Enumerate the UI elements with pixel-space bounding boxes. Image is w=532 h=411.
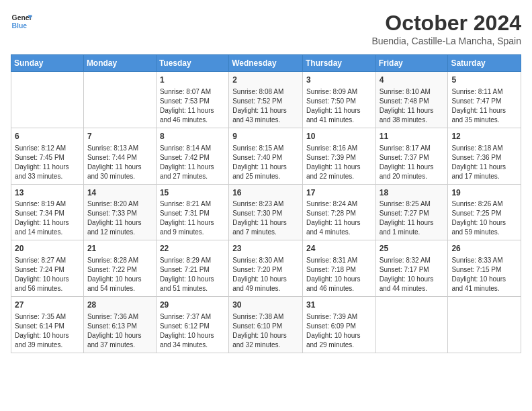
day-info: Sunrise: 7:36 AM Sunset: 6:13 PM Dayligh… <box>87 312 152 350</box>
day-info: Sunrise: 8:23 AM Sunset: 7:30 PM Dayligh… <box>232 199 299 237</box>
day-info: Sunrise: 8:20 AM Sunset: 7:33 PM Dayligh… <box>87 199 152 237</box>
day-number: 6 <box>15 131 80 142</box>
day-info: Sunrise: 8:16 AM Sunset: 7:39 PM Dayligh… <box>306 144 372 181</box>
day-header-wednesday: Wednesday <box>229 55 303 72</box>
day-number: 31 <box>306 300 372 311</box>
day-number: 1 <box>160 75 225 86</box>
calendar-cell: 27Sunrise: 7:35 AM Sunset: 6:14 PM Dayli… <box>11 297 84 353</box>
day-info: Sunrise: 8:27 AM Sunset: 7:24 PM Dayligh… <box>15 256 80 293</box>
day-info: Sunrise: 8:19 AM Sunset: 7:34 PM Dayligh… <box>15 199 80 237</box>
day-info: Sunrise: 8:31 AM Sunset: 7:18 PM Dayligh… <box>306 256 372 293</box>
day-info: Sunrise: 8:11 AM Sunset: 7:47 PM Dayligh… <box>451 87 517 125</box>
day-number: 12 <box>451 131 517 142</box>
day-number: 5 <box>451 75 517 86</box>
day-info: Sunrise: 7:38 AM Sunset: 6:10 PM Dayligh… <box>232 312 299 350</box>
day-number: 2 <box>232 75 299 86</box>
svg-text:Blue: Blue <box>12 22 28 30</box>
title-block: October 2024 Buendia, Castille-La Mancha… <box>371 11 521 46</box>
day-info: Sunrise: 8:14 AM Sunset: 7:42 PM Dayligh… <box>160 144 225 181</box>
day-info: Sunrise: 8:21 AM Sunset: 7:31 PM Dayligh… <box>160 199 225 237</box>
day-number: 30 <box>232 300 299 311</box>
week-row-2: 6Sunrise: 8:12 AM Sunset: 7:45 PM Daylig… <box>11 128 521 184</box>
calendar-cell: 2Sunrise: 8:08 AM Sunset: 7:52 PM Daylig… <box>229 72 303 128</box>
day-info: Sunrise: 7:35 AM Sunset: 6:14 PM Dayligh… <box>15 312 80 350</box>
day-number: 21 <box>87 243 152 255</box>
day-info: Sunrise: 8:28 AM Sunset: 7:22 PM Dayligh… <box>87 256 152 293</box>
calendar-cell <box>375 297 448 353</box>
day-info: Sunrise: 8:15 AM Sunset: 7:40 PM Dayligh… <box>232 144 299 181</box>
calendar-cell: 3Sunrise: 8:09 AM Sunset: 7:50 PM Daylig… <box>302 72 375 128</box>
logo: General Blue <box>11 11 32 32</box>
day-header-monday: Monday <box>83 55 156 72</box>
calendar-cell: 4Sunrise: 8:10 AM Sunset: 7:48 PM Daylig… <box>375 72 448 128</box>
calendar-cell: 30Sunrise: 7:38 AM Sunset: 6:10 PM Dayli… <box>229 297 303 353</box>
week-row-1: 1Sunrise: 8:07 AM Sunset: 7:53 PM Daylig… <box>11 72 521 128</box>
day-info: Sunrise: 8:29 AM Sunset: 7:21 PM Dayligh… <box>160 256 225 293</box>
day-header-thursday: Thursday <box>302 55 375 72</box>
logo-icon: General Blue <box>11 11 32 32</box>
day-info: Sunrise: 7:39 AM Sunset: 6:09 PM Dayligh… <box>306 312 372 350</box>
day-info: Sunrise: 8:30 AM Sunset: 7:20 PM Dayligh… <box>232 256 299 293</box>
calendar-cell: 24Sunrise: 8:31 AM Sunset: 7:18 PM Dayli… <box>302 240 375 297</box>
calendar-cell: 20Sunrise: 8:27 AM Sunset: 7:24 PM Dayli… <box>11 240 84 297</box>
calendar-cell: 8Sunrise: 8:14 AM Sunset: 7:42 PM Daylig… <box>156 128 228 184</box>
day-number: 3 <box>306 75 372 86</box>
day-info: Sunrise: 7:37 AM Sunset: 6:12 PM Dayligh… <box>160 312 225 350</box>
day-number: 17 <box>306 187 372 199</box>
week-row-3: 13Sunrise: 8:19 AM Sunset: 7:34 PM Dayli… <box>11 184 521 240</box>
day-info: Sunrise: 8:32 AM Sunset: 7:17 PM Dayligh… <box>380 256 445 293</box>
day-header-saturday: Saturday <box>448 55 521 72</box>
day-info: Sunrise: 8:12 AM Sunset: 7:45 PM Dayligh… <box>15 144 80 181</box>
calendar-cell: 1Sunrise: 8:07 AM Sunset: 7:53 PM Daylig… <box>156 72 228 128</box>
day-number: 28 <box>87 300 152 311</box>
calendar-cell: 10Sunrise: 8:16 AM Sunset: 7:39 PM Dayli… <box>302 128 375 184</box>
calendar-title: October 2024 <box>371 11 521 36</box>
calendar-cell: 14Sunrise: 8:20 AM Sunset: 7:33 PM Dayli… <box>83 184 156 240</box>
day-number: 20 <box>15 243 80 255</box>
calendar-cell: 31Sunrise: 7:39 AM Sunset: 6:09 PM Dayli… <box>302 297 375 353</box>
day-number: 15 <box>160 187 225 199</box>
calendar-cell <box>11 72 84 128</box>
week-row-5: 27Sunrise: 7:35 AM Sunset: 6:14 PM Dayli… <box>11 297 521 353</box>
day-number: 19 <box>451 187 517 199</box>
day-number: 4 <box>380 75 445 86</box>
calendar-cell: 28Sunrise: 7:36 AM Sunset: 6:13 PM Dayli… <box>83 297 156 353</box>
day-number: 14 <box>87 187 152 199</box>
day-info: Sunrise: 8:18 AM Sunset: 7:36 PM Dayligh… <box>451 144 517 181</box>
day-info: Sunrise: 8:07 AM Sunset: 7:53 PM Dayligh… <box>160 87 225 125</box>
day-info: Sunrise: 8:26 AM Sunset: 7:25 PM Dayligh… <box>451 199 517 237</box>
calendar-cell: 17Sunrise: 8:24 AM Sunset: 7:28 PM Dayli… <box>302 184 375 240</box>
day-number: 18 <box>380 187 445 199</box>
day-number: 29 <box>160 300 225 311</box>
calendar-cell: 6Sunrise: 8:12 AM Sunset: 7:45 PM Daylig… <box>11 128 84 184</box>
calendar-cell: 25Sunrise: 8:32 AM Sunset: 7:17 PM Dayli… <box>375 240 448 297</box>
day-header-sunday: Sunday <box>11 55 84 72</box>
day-info: Sunrise: 8:09 AM Sunset: 7:50 PM Dayligh… <box>306 87 372 125</box>
day-header-friday: Friday <box>375 55 448 72</box>
day-header-tuesday: Tuesday <box>156 55 228 72</box>
day-info: Sunrise: 8:10 AM Sunset: 7:48 PM Dayligh… <box>380 87 445 125</box>
calendar-cell: 29Sunrise: 7:37 AM Sunset: 6:12 PM Dayli… <box>156 297 228 353</box>
day-number: 22 <box>160 243 225 255</box>
day-info: Sunrise: 8:33 AM Sunset: 7:15 PM Dayligh… <box>451 256 517 293</box>
calendar-cell <box>448 297 521 353</box>
page-header: General Blue October 2024 Buendia, Casti… <box>11 11 521 46</box>
day-number: 24 <box>306 243 372 255</box>
week-row-4: 20Sunrise: 8:27 AM Sunset: 7:24 PM Dayli… <box>11 240 521 297</box>
calendar-cell <box>83 72 156 128</box>
calendar-cell: 12Sunrise: 8:18 AM Sunset: 7:36 PM Dayli… <box>448 128 521 184</box>
calendar-cell: 7Sunrise: 8:13 AM Sunset: 7:44 PM Daylig… <box>83 128 156 184</box>
day-number: 8 <box>160 131 225 142</box>
calendar-cell: 16Sunrise: 8:23 AM Sunset: 7:30 PM Dayli… <box>229 184 303 240</box>
day-number: 26 <box>451 243 517 255</box>
calendar-table: SundayMondayTuesdayWednesdayThursdayFrid… <box>11 54 521 353</box>
day-number: 10 <box>306 131 372 142</box>
day-info: Sunrise: 8:08 AM Sunset: 7:52 PM Dayligh… <box>232 87 299 125</box>
calendar-cell: 5Sunrise: 8:11 AM Sunset: 7:47 PM Daylig… <box>448 72 521 128</box>
day-info: Sunrise: 8:24 AM Sunset: 7:28 PM Dayligh… <box>306 199 372 237</box>
day-number: 27 <box>15 300 80 311</box>
day-number: 9 <box>232 131 299 142</box>
day-info: Sunrise: 8:13 AM Sunset: 7:44 PM Dayligh… <box>87 144 152 181</box>
calendar-cell: 22Sunrise: 8:29 AM Sunset: 7:21 PM Dayli… <box>156 240 228 297</box>
day-number: 25 <box>380 243 445 255</box>
